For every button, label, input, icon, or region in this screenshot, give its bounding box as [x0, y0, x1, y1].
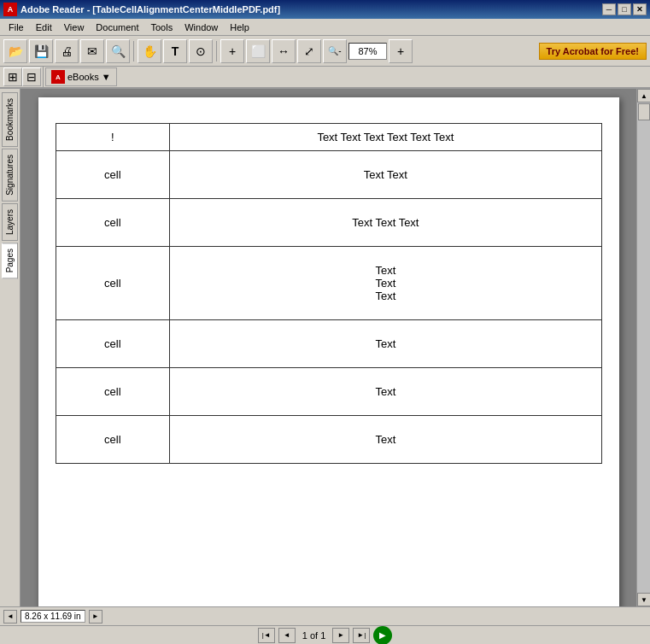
cell-4-2: Text	[170, 320, 601, 368]
scroll-down-arrow[interactable]: ▼	[637, 593, 650, 606]
hand-tool[interactable]: ✋	[138, 39, 161, 63]
left-panel-tabs: Bookmarks Signatures Layers Pages	[0, 89, 20, 606]
header-cell-1: !	[56, 124, 170, 151]
fit-width-button[interactable]: ↔	[272, 39, 296, 63]
print-button[interactable]: 🖨	[55, 39, 79, 63]
pdf-page: ! Text Text Text Text Text Text cell Tex…	[38, 97, 619, 606]
title-bar-left: A Adobe Reader - [TableCellAlignmentCent…	[3, 3, 280, 16]
menu-document[interactable]: Document	[91, 20, 143, 34]
next-page-button[interactable]: ►	[332, 628, 349, 643]
ebooks-button[interactable]: A eBooks ▼	[45, 67, 117, 86]
ebooks-icon: A	[51, 70, 65, 84]
toolbar2-btn1[interactable]: ⊞	[3, 67, 22, 86]
horizontal-scroll-left[interactable]: ◄	[3, 610, 17, 624]
open-button[interactable]: 📂	[3, 39, 27, 63]
ebooks-label: eBooks	[67, 72, 99, 82]
cell-1-1: cell	[56, 151, 170, 199]
cell-5-2: Text	[170, 368, 601, 416]
prev-page-button[interactable]: ◄	[278, 628, 296, 643]
title-bar: A Adobe Reader - [TableCellAlignmentCent…	[0, 0, 650, 19]
signatures-tab[interactable]: Signatures	[2, 149, 18, 202]
nav-bar: |◄ ◄ 1 of 1 ► ►| ▶	[0, 625, 650, 644]
table-row: cell Text	[56, 416, 601, 464]
snapshot-tool[interactable]: ⊙	[189, 39, 213, 63]
cell-3-2: Text Text Text	[170, 247, 601, 320]
page-info: 1 of 1	[302, 630, 326, 641]
cell-6-2: Text	[170, 416, 601, 464]
menu-tools[interactable]: Tools	[146, 20, 179, 34]
table-row: cell Text Text Text	[56, 199, 601, 247]
text-tool[interactable]: T	[163, 39, 187, 63]
separator-2	[216, 41, 217, 61]
separator-3	[43, 67, 44, 87]
title-bar-controls[interactable]: ─ □ ✕	[602, 3, 647, 15]
minimize-button[interactable]: ─	[602, 3, 616, 15]
scroll-thumb[interactable]	[638, 103, 650, 120]
separator-1	[133, 41, 134, 61]
table-header-row: ! Text Text Text Text Text Text	[56, 124, 601, 151]
menu-view[interactable]: View	[59, 20, 90, 34]
table-row: cell Text Text Text	[56, 247, 601, 320]
bookmarks-tab[interactable]: Bookmarks	[2, 92, 18, 147]
ebooks-toolbar: ⊞ ⊟ A eBooks ▼	[0, 67, 650, 89]
toolbar2-btn2[interactable]: ⊟	[22, 67, 41, 86]
cell-2-2: Text Text Text	[170, 199, 601, 247]
pdf-viewer-area: ! Text Text Text Text Text Text cell Tex…	[20, 89, 636, 606]
layers-tab[interactable]: Layers	[2, 203, 18, 241]
cell-2-1: cell	[56, 199, 170, 247]
table-row: cell Text	[56, 368, 601, 416]
app-logo: A	[3, 3, 17, 16]
ebooks-dropdown-arrow: ▼	[102, 72, 111, 82]
menu-help[interactable]: Help	[225, 20, 255, 34]
zoom-in-button[interactable]: +	[220, 39, 244, 63]
status-bar: ◄ 8.26 x 11.69 in ►	[0, 606, 650, 625]
zoom-in-small[interactable]: +	[389, 39, 413, 63]
save-button[interactable]: 💾	[29, 39, 53, 63]
cell-4-1: cell	[56, 320, 170, 368]
maximize-button[interactable]: □	[618, 3, 631, 15]
zoom-out-button[interactable]: 🔍-	[323, 39, 347, 63]
first-page-button[interactable]: |◄	[258, 628, 275, 643]
close-button[interactable]: ✕	[633, 3, 647, 15]
email-button[interactable]: ✉	[80, 39, 104, 63]
menu-window[interactable]: Window	[179, 20, 223, 34]
pdf-table: ! Text Text Text Text Text Text cell Tex…	[56, 123, 602, 464]
zoom-input[interactable]	[348, 43, 387, 60]
header-cell-2: Text Text Text Text Text Text	[170, 124, 601, 151]
main-toolbar: 📂 💾 🖨 ✉ 🔍 ✋ T ⊙ + ⬜ ↔ ⤢ 🔍- + Try Acrobat…	[0, 36, 650, 67]
cell-1-2: Text Text	[170, 151, 601, 199]
window-title: Adobe Reader - [TableCellAlignmentCenter…	[20, 4, 280, 15]
fit-page-button[interactable]: ⬜	[246, 39, 270, 63]
play-button[interactable]: ▶	[373, 626, 392, 645]
dimensions-info: 8.26 x 11.69 in	[20, 610, 85, 623]
scroll-track[interactable]	[637, 102, 650, 593]
search-button[interactable]: 🔍	[106, 39, 130, 63]
main-area: Bookmarks Signatures Layers Pages ! Text…	[0, 89, 650, 606]
menu-edit[interactable]: Edit	[31, 20, 57, 34]
horizontal-scroll-right[interactable]: ►	[89, 610, 102, 624]
last-page-button[interactable]: ►|	[353, 628, 370, 643]
table-row: cell Text	[56, 320, 601, 368]
menu-file[interactable]: File	[3, 20, 29, 34]
vertical-scrollbar[interactable]: ▲ ▼	[636, 89, 650, 606]
try-acrobat-button[interactable]: Try Acrobat for Free!	[539, 43, 647, 60]
menu-bar: File Edit View Document Tools Window Hel…	[0, 19, 650, 36]
cell-5-1: cell	[56, 368, 170, 416]
cell-6-1: cell	[56, 416, 170, 464]
pages-tab[interactable]: Pages	[2, 243, 18, 278]
cell-3-1: cell	[56, 247, 170, 320]
fit-visible-button[interactable]: ⤢	[297, 39, 321, 63]
scroll-up-arrow[interactable]: ▲	[637, 89, 650, 102]
table-row: cell Text Text	[56, 151, 601, 199]
